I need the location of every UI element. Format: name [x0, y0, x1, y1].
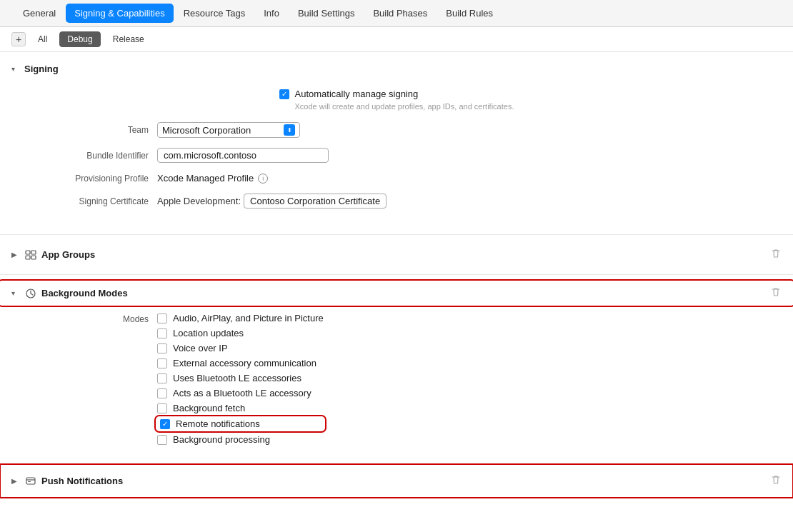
svg-rect-2: [26, 256, 30, 259]
filter-bar: + All Debug Release: [0, 27, 793, 52]
team-value: Microsoft Corporation: [162, 125, 284, 136]
tab-bar: General Signing & Capabilities Resource …: [0, 0, 793, 27]
auto-manage-label: Automatically manage signing: [295, 89, 419, 99]
team-select[interactable]: Microsoft Corporation ⬍: [157, 122, 300, 138]
add-capability-button[interactable]: +: [11, 32, 26, 46]
auto-manage-content: ✓ Automatically manage signing Xcode wil…: [279, 89, 514, 112]
background-modes-header[interactable]: ▾ Background Modes: [0, 282, 793, 304]
modes-label: Modes: [14, 313, 157, 324]
auto-manage-checkbox[interactable]: ✓: [279, 89, 289, 99]
mode-checkbox-fetch[interactable]: [157, 403, 167, 413]
auto-manage-check-row: ✓ Automatically manage signing: [279, 89, 514, 99]
svg-rect-0: [26, 251, 30, 254]
mode-item-bluetooth-acts[interactable]: Acts as a Bluetooth LE accessory: [157, 388, 324, 398]
signing-cert-row: Signing Certificate Apple Development: C…: [0, 191, 793, 211]
bundle-id-input[interactable]: [157, 148, 329, 163]
mode-checkbox-processing[interactable]: [157, 435, 167, 445]
push-notif-icon: [24, 475, 37, 488]
signing-cert-field: Apple Development: Contoso Corporation C…: [157, 194, 386, 209]
bundle-id-label: Bundle Identifier: [14, 151, 157, 161]
background-modes-section: ▾ Background Modes Modes Audio, AirPlay,…: [0, 275, 793, 464]
mode-label-location: Location updates: [173, 328, 244, 338]
push-notifications-header[interactable]: ▶ Push Notifications: [0, 464, 793, 498]
app-groups-section: ▶ App Groups: [0, 235, 793, 275]
auto-manage-description: Xcode will create and update profiles, a…: [295, 101, 514, 112]
mode-item-bluetooth[interactable]: Uses Bluetooth LE accessories: [157, 373, 324, 383]
signing-section-header[interactable]: ▾ Signing: [0, 59, 793, 79]
app-groups-header[interactable]: ▶ App Groups: [0, 242, 793, 267]
main-content: ▾ Signing ✓ Automatically manage signing…: [0, 52, 793, 530]
app-groups-title: App Groups: [41, 249, 95, 260]
push-notifications-title: Push Notifications: [41, 476, 123, 486]
auto-manage-row: ✓ Automatically manage signing Xcode wil…: [0, 86, 793, 115]
filter-all[interactable]: All: [30, 31, 55, 47]
background-modes-chevron: ▾: [11, 289, 20, 297]
push-notif-chevron: ▶: [11, 477, 20, 485]
mode-label-audio: Audio, AirPlay, and Picture in Picture: [173, 313, 324, 323]
background-modes-icon: [24, 287, 37, 300]
mode-label-fetch: Background fetch: [173, 403, 245, 413]
signing-cert-label: Signing Certificate: [14, 196, 157, 206]
mode-checkbox-location[interactable]: [157, 328, 167, 338]
tab-info[interactable]: Info: [255, 4, 288, 23]
bundle-id-row: Bundle Identifier: [0, 145, 793, 166]
mode-checkbox-bluetooth-acts[interactable]: [157, 388, 167, 398]
modes-row: Modes Audio, AirPlay, and Picture in Pic…: [0, 310, 793, 448]
mode-label-external: External accessory communication: [173, 358, 316, 368]
filter-debug[interactable]: Debug: [59, 31, 100, 47]
push-notifications-trash[interactable]: [770, 474, 782, 488]
background-modes-title: Background Modes: [41, 288, 128, 298]
provisioning-text: Xcode Managed Profile: [157, 173, 254, 184]
mode-label-processing: Background processing: [173, 434, 270, 445]
app-groups-trash[interactable]: [770, 248, 782, 261]
signing-title: Signing: [24, 64, 59, 74]
app-groups-chevron: ▶: [11, 251, 20, 259]
tab-resource-tags[interactable]: Resource Tags: [175, 4, 254, 23]
signing-content: ✓ Automatically manage signing Xcode wil…: [0, 79, 793, 227]
provisioning-row: Provisioning Profile Xcode Managed Profi…: [0, 170, 793, 186]
mode-checkbox-bluetooth[interactable]: [157, 373, 167, 383]
mode-item-processing[interactable]: Background processing: [157, 434, 324, 445]
tab-build-rules[interactable]: Build Rules: [437, 4, 502, 23]
mode-item-location[interactable]: Location updates: [157, 328, 324, 338]
mode-checkbox-remote[interactable]: ✓: [160, 419, 170, 429]
tab-general[interactable]: General: [14, 4, 64, 23]
tab-build-phases[interactable]: Build Phases: [364, 4, 436, 23]
team-select-arrow: ⬍: [284, 124, 295, 136]
mode-item-remote[interactable]: ✓Remote notifications: [157, 418, 324, 430]
team-label: Team: [14, 125, 157, 135]
modes-list: Audio, AirPlay, and Picture in PictureLo…: [157, 313, 324, 445]
app-groups-icon: [24, 249, 37, 261]
team-row: Team Microsoft Corporation ⬍: [0, 119, 793, 141]
mode-item-fetch[interactable]: Background fetch: [157, 403, 324, 413]
push-notifications-section: ▶ Push Notifications: [0, 464, 793, 498]
mode-label-remote: Remote notifications: [176, 418, 260, 429]
mode-item-voip[interactable]: Voice over IP: [157, 343, 324, 353]
mode-item-external[interactable]: External accessory communication: [157, 358, 324, 368]
mode-checkbox-external[interactable]: [157, 358, 167, 368]
tab-signing-capabilities[interactable]: Signing & Capabilities: [66, 4, 173, 23]
cert-prefix: Apple Development:: [157, 196, 241, 206]
svg-rect-6: [28, 481, 31, 482]
provisioning-value: Xcode Managed Profile i: [157, 173, 268, 184]
tab-build-settings[interactable]: Build Settings: [289, 4, 364, 23]
mode-label-voip: Voice over IP: [173, 343, 228, 353]
svg-rect-5: [26, 478, 35, 484]
mode-label-bluetooth-acts: Acts as a Bluetooth LE accessory: [173, 388, 311, 398]
filter-release[interactable]: Release: [105, 31, 152, 47]
mode-label-bluetooth: Uses Bluetooth LE accessories: [173, 373, 301, 383]
mode-item-audio[interactable]: Audio, AirPlay, and Picture in Picture: [157, 313, 324, 323]
svg-rect-3: [31, 256, 36, 259]
svg-rect-1: [31, 251, 36, 254]
signing-section: ▾ Signing ✓ Automatically manage signing…: [0, 52, 793, 235]
provisioning-label: Provisioning Profile: [14, 174, 157, 184]
signing-chevron-down: ▾: [11, 65, 20, 73]
mode-checkbox-audio[interactable]: [157, 313, 167, 323]
cert-value: Contoso Corporation Certificate: [244, 194, 386, 209]
background-modes-trash[interactable]: [770, 286, 782, 300]
provisioning-info-icon[interactable]: i: [258, 174, 268, 184]
mode-checkbox-voip[interactable]: [157, 343, 167, 353]
modes-content: Modes Audio, AirPlay, and Picture in Pic…: [0, 304, 793, 456]
